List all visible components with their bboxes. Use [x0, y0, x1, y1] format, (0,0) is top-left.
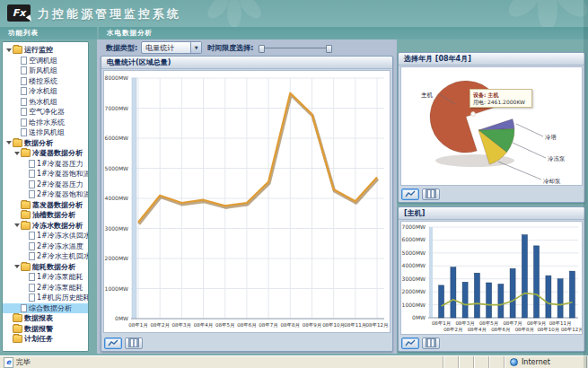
document-icon [21, 304, 27, 312]
table-view-icon [426, 338, 436, 347]
tree-item[interactable]: 热水机组 [3, 97, 88, 108]
data-type-select[interactable]: 电量统计 ▼ [141, 41, 202, 54]
tree-item[interactable]: 计划任务 [3, 334, 88, 345]
collapse-arrow-icon[interactable] [5, 46, 13, 55]
tree-item[interactable]: 2#冷冻泵能耗 [3, 283, 88, 294]
chart-view-button[interactable] [401, 188, 419, 200]
tree-item[interactable]: 1#冷凝器饱和温度 [3, 169, 88, 180]
tree-item[interactable]: 能耗数据分析 [3, 262, 88, 273]
svg-text:08年5月: 08年5月 [215, 322, 235, 329]
svg-text:08年2月: 08年2月 [150, 322, 170, 329]
bar-view-toggle [401, 337, 440, 349]
status-text: 完毕 [16, 357, 31, 367]
collapse-arrow-icon[interactable] [13, 149, 21, 158]
time-range-slider[interactable] [259, 43, 332, 53]
tree-item[interactable]: 运行监控 [3, 45, 88, 56]
table-view-button[interactable] [422, 337, 440, 349]
table-view-button[interactable] [125, 337, 143, 349]
document-icon [21, 98, 27, 106]
slider-thumb-end[interactable] [326, 45, 332, 53]
dropdown-arrow-icon[interactable]: ▼ [190, 42, 201, 53]
slider-thumb-start[interactable] [259, 45, 265, 53]
tree-item-label: 计划任务 [24, 334, 53, 344]
collapse-arrow-icon[interactable] [13, 221, 21, 230]
tree-item-label: 冷水机组 [29, 86, 57, 96]
chart-view-button[interactable] [104, 337, 122, 349]
tree-item[interactable]: 空气净化器 [3, 107, 88, 118]
collapse-arrow-icon[interactable] [13, 262, 21, 271]
folder-icon [13, 139, 22, 147]
bar-chart-area: 0MW1000MW2000MW3000MW4000MW5000MW6000MW7… [400, 221, 583, 335]
tooltip-usage: 用电: 2461.2000KW [473, 99, 529, 106]
tree-item[interactable]: 给排水系统 [3, 118, 88, 128]
svg-text:08年2月: 08年2月 [443, 327, 463, 333]
tree-item-label: 1#冷冻水供回水温度 [37, 231, 88, 241]
tree-item[interactable]: 数据报警 [3, 324, 88, 335]
tree-item[interactable]: 2#冷凝器饱和温度 [3, 189, 88, 200]
tree-item-label: 运行监控 [24, 45, 53, 55]
document-icon [29, 273, 35, 281]
folder-icon [21, 149, 31, 157]
document-icon [29, 232, 35, 240]
tree-item-label: 2#冷水主机回水温度 [37, 251, 88, 261]
tree-item-label: 数据报警 [24, 324, 53, 334]
svg-text:7000MW: 7000MW [105, 105, 128, 111]
tree-item[interactable]: 送排风机组 [3, 127, 88, 138]
content-header-tab[interactable]: 水电数据分析 [99, 27, 588, 39]
tree-item[interactable]: 冷水机组 [3, 86, 88, 97]
chart-toolbar: 数据类型: 电量统计 ▼ 时间限度选择: [101, 40, 395, 55]
tree-item[interactable]: 1#冷冻水供回水温度 [3, 231, 88, 241]
folder-icon [13, 314, 22, 322]
tree-item[interactable]: 新风机组 [3, 66, 88, 76]
tree-item[interactable]: 1#冷凝器压力 [3, 159, 88, 170]
tree-item[interactable]: 蒸发器数据分析 [3, 200, 88, 211]
svg-text:08年5月: 08年5月 [479, 320, 499, 327]
tree-item-label: 新风机组 [29, 66, 57, 75]
svg-text:主机: 主机 [421, 92, 434, 99]
tree-item[interactable]: 空调机组 [3, 56, 88, 66]
table-view-button[interactable] [422, 188, 440, 200]
sidebar-header: 功能列表 [0, 27, 97, 39]
tooltip-device: 设备: 主机 [473, 92, 529, 99]
collapse-arrow-icon[interactable] [5, 138, 13, 147]
tree-item[interactable]: 数据分析 [3, 138, 88, 149]
document-icon [29, 294, 35, 302]
tree-item[interactable]: 1#机房历史能耗 [3, 293, 88, 303]
pie-chart-svg[interactable]: 冷塔冷冻泵冷却泵主机 [401, 67, 583, 186]
folder-icon [21, 263, 31, 271]
table-view-icon [426, 189, 436, 198]
svg-text:6000MW: 6000MW [402, 236, 426, 242]
svg-text:冷塔: 冷塔 [545, 134, 557, 141]
status-cell [444, 356, 460, 368]
tree-item[interactable]: 数据报表 [3, 313, 88, 324]
tree-item-label: 空调机组 [29, 56, 57, 66]
tree-item-label: 冷凝器数据分析 [32, 148, 83, 158]
tree-item[interactable]: 1#冷冻泵能耗 [3, 272, 88, 283]
document-icon [21, 77, 27, 85]
line-chart-panel: 电量统计(区域总量) 0MW1000MW2000MW3000MW4000MW50… [101, 56, 393, 352]
tree-item[interactable]: 2#冷冻水温度 [3, 241, 88, 252]
chart-view-icon [405, 339, 416, 347]
data-type-value: 电量统计 [142, 43, 190, 53]
svg-text:08年12月: 08年12月 [366, 322, 389, 329]
tree-item[interactable]: 冷冻水数据分析 [3, 221, 88, 232]
slider-track [259, 48, 332, 48]
tree-item[interactable]: 2#冷水主机回水温度 [3, 251, 88, 262]
svg-text:8000MW: 8000MW [105, 74, 128, 81]
folder-icon [21, 201, 31, 209]
tree-item-label: 蒸发器数据分析 [32, 200, 83, 210]
tree-item[interactable]: 楼控系统 [3, 76, 88, 87]
svg-text:08年9月: 08年9月 [527, 320, 547, 327]
tree-item[interactable]: 油槽数据分析 [3, 210, 88, 221]
document-icon [29, 190, 35, 198]
chart-view-icon [405, 190, 416, 198]
tree-item[interactable]: 综合数据分析 [3, 303, 88, 314]
tree-item[interactable]: 冷凝器数据分析 [3, 148, 88, 159]
svg-text:08年6月: 08年6月 [237, 322, 257, 329]
svg-text:4000MW: 4000MW [105, 195, 128, 201]
tree-item[interactable]: 2#冷凝器压力 [3, 180, 88, 190]
folder-icon [13, 325, 22, 333]
chart-view-button[interactable] [401, 337, 419, 349]
bar-chart-svg: 0MW1000MW2000MW3000MW4000MW5000MW6000MW7… [401, 222, 583, 335]
internet-globe-icon [510, 358, 518, 366]
